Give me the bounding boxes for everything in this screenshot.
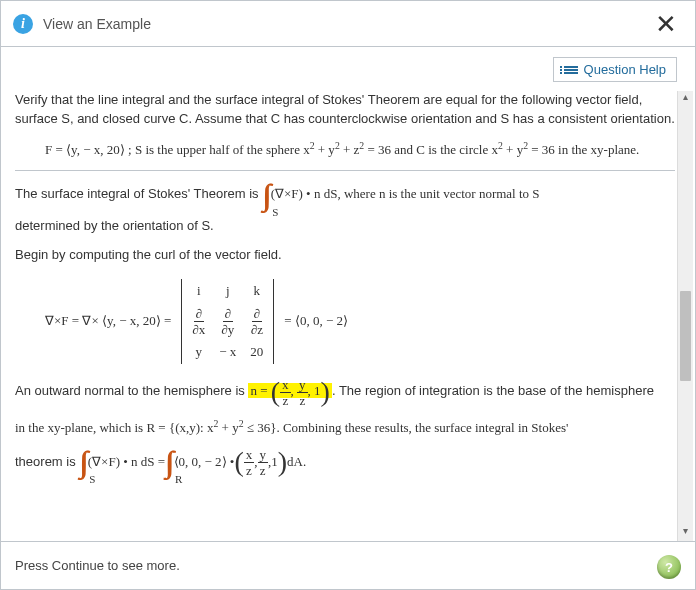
surface-integral-expr: ∫∫S (∇×F) • n dS, where n is the unit ve… [262, 183, 539, 207]
double-integral-icon: ∫∫S [79, 450, 87, 474]
t: in the xy-plane, which is R = {(x,y): x [15, 420, 213, 435]
t: + y [315, 142, 335, 157]
problem-definition: F = ⟨y, − x, 20⟩ ; S is the upper half o… [45, 139, 675, 160]
toolbar: Question Help [1, 47, 695, 88]
sub-s: S [272, 208, 278, 217]
det-cell: ∂y [219, 307, 236, 336]
t: (∇×F) • n dS, where n is the unit vector… [271, 185, 540, 204]
sub-s: S [89, 475, 95, 484]
footer: Press Continue to see more. ? [1, 541, 695, 589]
t: = 36 in the xy-plane. [528, 142, 639, 157]
step3-line3: theorem is ∫∫S (∇×F) • n dS = ∫∫R ⟨0, 0,… [15, 448, 675, 477]
t: + z [340, 142, 360, 157]
highlighted-normal: n = (xz, yz, 1) [248, 383, 332, 398]
t: n = [250, 383, 270, 398]
t: theorem is [15, 454, 79, 469]
t: z [282, 393, 288, 407]
t: y [297, 378, 308, 393]
question-help-label: Question Help [584, 62, 666, 77]
t: x [280, 378, 291, 393]
t: An outward normal to the hemisphere is [15, 383, 248, 398]
t: y [258, 448, 269, 463]
scroll-down-icon[interactable]: ▾ [678, 525, 693, 541]
scroll-up-icon[interactable]: ▴ [678, 91, 693, 107]
t: z [299, 393, 305, 407]
t: dA. [287, 453, 306, 472]
det-cell: y [192, 344, 205, 360]
problem-intro: Verify that the line integral and the su… [15, 91, 675, 129]
det-cell: k [250, 283, 263, 299]
t: . The region of integration is the base … [332, 383, 654, 398]
det-cell: j [219, 283, 236, 299]
determinant: i j k ∂x ∂y ∂z y − x 20 [181, 279, 274, 364]
dialog-title: View an Example [43, 16, 151, 32]
t: (∇×F) • n dS = [88, 453, 165, 472]
final-integral: ∫∫S (∇×F) • n dS = ∫∫R ⟨0, 0, − 2⟩ • (xz… [79, 448, 306, 477]
help-button[interactable]: ? [657, 555, 681, 579]
content-area: Verify that the line integral and the su… [1, 91, 695, 541]
divider [15, 170, 675, 171]
list-icon [564, 66, 578, 74]
scrollbar[interactable]: ▴ ▾ [677, 91, 693, 541]
t: z [246, 463, 252, 477]
t: + y [503, 142, 523, 157]
f-prefix: F = [45, 142, 66, 157]
curl-rhs: = ⟨0, 0, − 2⟩ [284, 313, 348, 329]
t: + y [218, 420, 238, 435]
det-cell: − x [219, 344, 236, 360]
info-icon: i [13, 14, 33, 34]
t: x [244, 448, 255, 463]
det-cell: 20 [250, 344, 263, 360]
t: The surface integral of Stokes' Theorem … [15, 186, 262, 201]
det-cell: ∂z [250, 307, 263, 336]
t: ≤ 36}. Combining these results, the surf… [244, 420, 569, 435]
t: = 36 and C is the circle x [364, 142, 498, 157]
f-vector: ⟨y, − x, 20⟩ [66, 142, 125, 157]
sub-r: R [175, 475, 182, 484]
curl-computation: ∇×F = ∇× ⟨y, − x, 20⟩ = i j k ∂x ∂y ∂z y… [45, 279, 675, 364]
t: ⟨0, 0, − 2⟩ • [174, 453, 235, 472]
close-button[interactable]: ✕ [649, 11, 683, 37]
step1-line1: The surface integral of Stokes' Theorem … [15, 183, 675, 207]
step3-line2: in the xy-plane, which is R = {(x,y): x2… [15, 417, 675, 438]
continue-message: Press Continue to see more. [15, 558, 180, 573]
det-cell: ∂x [192, 307, 205, 336]
step2: Begin by computing the curl of the vecto… [15, 246, 675, 265]
step1-line2: determined by the orientation of S. [15, 217, 675, 236]
double-integral-icon: ∫∫S [262, 183, 270, 207]
question-help-button[interactable]: Question Help [553, 57, 677, 82]
t: ; S is the upper half of the sphere x [125, 142, 310, 157]
step3-line1: An outward normal to the hemisphere is n… [15, 378, 675, 407]
dialog-header: i View an Example ✕ [1, 1, 695, 47]
t: 1 [271, 453, 278, 472]
curl-lhs: ∇×F = ∇× ⟨y, − x, 20⟩ = [45, 313, 171, 329]
scroll-thumb[interactable] [680, 291, 691, 381]
t: z [260, 463, 266, 477]
det-cell: i [192, 283, 205, 299]
double-integral-icon: ∫∫R [165, 450, 173, 474]
